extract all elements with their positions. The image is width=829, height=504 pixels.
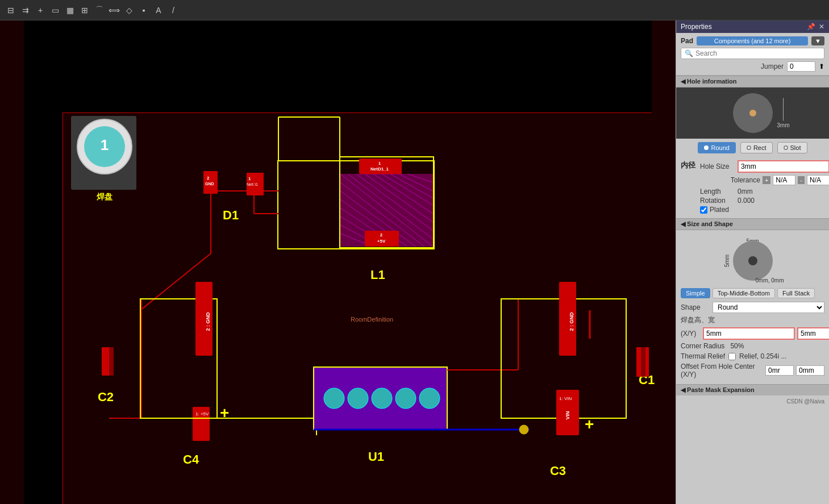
round-radio [704,145,709,150]
hole-size-label: Hole Size [700,163,734,170]
panel-top-section: Pad Components (and 12 more) ▼ 🔍 Jumper … [676,33,829,76]
line-icon[interactable]: / [167,4,180,16]
svg-text:1: 1 [101,136,109,153]
thermal-relief-label: Thermal Relief [681,352,725,360]
svg-text:1: 1 [378,161,381,166]
hole-size-row: Hole Size [700,160,829,173]
paste-mask-header[interactable]: ◀ Paste Mask Expansion [676,384,829,395]
search-row: 🔍 [681,48,824,59]
rect-icon[interactable]: ▭ [49,4,61,16]
svg-text:2: 2 [207,176,210,181]
close-icon[interactable]: ✕ [819,23,824,31]
svg-rect-3 [24,20,63,504]
svg-rect-50 [109,347,114,376]
text-icon[interactable]: A [152,4,165,16]
slot-button[interactable]: Slot [777,142,807,153]
arc-icon[interactable]: ⌒ [93,4,106,16]
pad-height-width-row: 焊盘高、宽 [681,315,824,325]
jumper-stepper[interactable]: ⬆ [819,63,824,70]
inner-dia-row: 内径 Hole Size Tolerance + - [681,160,824,215]
svg-text:2: 2 [380,232,383,238]
svg-text:+: + [220,404,229,422]
slot-radio [784,145,788,150]
length-label: Length [700,188,734,195]
hole-circle: 3mm [733,93,773,133]
pin-icon[interactable]: 📌 [807,23,815,31]
panel-scroll-area[interactable]: Pad Components (and 12 more) ▼ 🔍 Jumper … [676,33,829,504]
collapse-icon-2: ◀ [681,220,687,227]
grid-icon[interactable]: ⊞ [78,4,91,16]
route-icon[interactable]: ⇉ [19,4,32,16]
round-button[interactable]: Round [698,142,735,153]
hole-size-input[interactable] [738,160,829,173]
corner-radius-value: 50% [730,342,744,350]
svg-text:C2: C2 [98,390,114,404]
offset-row: Offset From Hole Center (X/Y) [681,363,824,378]
plated-label: Plated [710,206,729,214]
pcb-canvas-area[interactable]: 1 焊盘 2 GND 1 NetD1 D1 1 NetD1_1 [0,20,676,504]
svg-rect-4 [63,20,652,113]
jumper-row: Jumper ⬆ [681,61,824,72]
top-middle-bottom-tab[interactable]: Top-Middle-Bottom [713,288,775,298]
svg-text:L1: L1 [370,268,385,282]
tol-na-1-input[interactable] [773,175,795,185]
tol-plus-button[interactable]: + [763,176,770,184]
inner-dia-label: 内径 [681,160,698,170]
svg-text:U1: U1 [368,449,384,464]
tol-minus-button[interactable]: - [798,176,805,184]
full-stack-tab[interactable]: Full Stack [777,288,815,298]
measure-icon[interactable]: ⟺ [108,4,120,16]
shape-select[interactable]: Round [713,302,824,313]
svg-point-62 [348,388,368,409]
rect2-icon[interactable]: ▪ [138,4,150,16]
svg-text:GND: GND [205,182,214,186]
xy-y-input[interactable] [797,327,829,340]
offset-y-input[interactable] [796,365,824,376]
search-input[interactable] [695,49,820,57]
thermal-checkbox[interactable] [728,353,736,360]
hole-visualization: 3mm [676,88,829,139]
main-layout: 1 焊盘 2 GND 1 NetD1 D1 1 NetD1_1 [0,20,829,504]
tol-na-2-input[interactable] [807,175,829,185]
pad-label: Pad [681,37,693,45]
jumper-label: Jumper [761,63,784,70]
corner-radius-label: Corner Radius [681,342,724,350]
panel-header: Properties 📌 ✕ [676,20,829,33]
panel-header-controls: 📌 ✕ [807,23,824,31]
plated-checkbox[interactable] [700,206,707,214]
hole-info-header[interactable]: ◀ Hole information [676,76,829,88]
filter-button[interactable]: ▼ [811,36,824,45]
svg-rect-82 [641,347,645,377]
svg-point-61 [324,388,344,409]
rotation-row: Rotation 0.000 [700,197,829,205]
components-button[interactable]: Components (and 12 more) [697,36,808,45]
rotation-label: Rotation [700,197,734,205]
stack-tabs: Simple Top-Middle-Bottom Full Stack [681,288,824,298]
rect-button[interactable]: Rect [740,142,773,153]
diamond-icon[interactable]: ◇ [123,4,135,16]
size-shape-header[interactable]: ◀ Size and Shape [676,218,829,230]
filter-icon[interactable]: ⊟ [5,4,17,16]
inner-dia-fields: Hole Size Tolerance + - Length 0m [700,160,829,215]
tolerance-label: Tolerance [731,176,760,184]
size-shape-section: 5mm 5mm 0mm, 0mm Simple Top-Middle-Botto… [676,230,829,384]
length-value: 0mm [738,188,753,195]
watermark-area: CSDN @Naiva [676,395,829,407]
corner-radius-row: Corner Radius 50% [681,342,824,350]
simple-tab[interactable]: Simple [681,288,710,298]
svg-text:D1: D1 [223,208,239,222]
jumper-input[interactable] [787,61,815,72]
svg-text:C3: C3 [550,464,566,478]
offset-label: Offset From Hole Center (X/Y) [681,363,763,378]
properties-panel: Properties 📌 ✕ Properties Pad Components… [676,20,829,504]
xy-size-row: (X/Y) [681,327,824,340]
panel-title: Properties [681,23,712,31]
svg-text:C4: C4 [183,452,199,466]
xy-label: (X/Y) [681,330,701,338]
chart-icon[interactable]: ▦ [64,4,76,16]
xy-x-input[interactable] [703,327,795,340]
collapse-icon: ◀ [681,78,687,85]
svg-text:2 : GND: 2 : GND [205,312,211,331]
offset-x-input[interactable] [765,365,794,376]
add-icon[interactable]: + [34,4,47,16]
